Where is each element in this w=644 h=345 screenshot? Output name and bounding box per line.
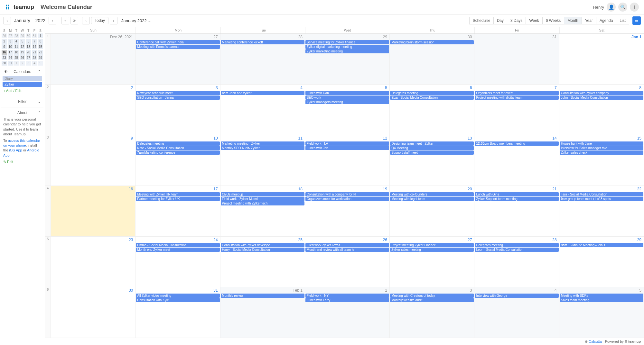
view-tab-3days[interactable]: 3 Days	[507, 17, 526, 24]
day-cell[interactable]: 20Meeting with co-foundersMeeting with l…	[390, 186, 474, 237]
day-cell[interactable]: 3New year schedule meetSEO consultation …	[135, 85, 220, 135]
event[interactable]: Lunch with Jen	[305, 146, 389, 150]
mini-cal-day[interactable]: 29	[19, 33, 25, 39]
event[interactable]: Month end review with all team le	[305, 248, 389, 252]
refresh-button[interactable]: ⟳	[70, 17, 78, 24]
day-number[interactable]: 13	[390, 135, 474, 141]
view-tab-scheduler[interactable]: Scheduler	[469, 17, 494, 24]
event[interactable]: Field work - LA	[305, 141, 389, 146]
mini-cal-day[interactable]: 23	[1, 55, 7, 60]
menu-button[interactable]: ☰	[632, 16, 641, 25]
day-number[interactable]: 3	[136, 85, 219, 91]
event[interactable]: Harry - Social Media Consultation	[221, 248, 304, 252]
day-number[interactable]: 31	[475, 34, 558, 40]
timezone-label[interactable]: Calcutta	[589, 340, 602, 343]
event[interactable]: Zylker digital marketing meeting	[305, 45, 389, 49]
day-cell[interactable]: Feb 1Monthly review	[220, 287, 305, 338]
day-cell[interactable]: 30	[51, 287, 135, 338]
mini-cal-day[interactable]: 27	[25, 55, 32, 60]
mini-cal-day[interactable]: 15	[37, 44, 43, 50]
event[interactable]: John - Social Media Consultation	[560, 95, 643, 100]
day-number[interactable]: 29	[560, 237, 643, 243]
view-tab-agenda[interactable]: Agenda	[596, 17, 616, 24]
mini-cal-day[interactable]: 20	[25, 50, 32, 55]
mini-cal-day[interactable]: 21	[32, 50, 38, 55]
mini-cal-day[interactable]: 30	[1, 60, 7, 66]
event[interactable]: Marketing brain storm session	[390, 40, 474, 44]
day-cell[interactable]: 22Tara - Social Media Consultation9amgro…	[559, 186, 644, 237]
user-icon[interactable]: 👤	[607, 3, 616, 12]
event[interactable]: Delegates meeting	[390, 91, 474, 95]
event[interactable]: 9am15 Minute Meeting -- ela s	[560, 243, 643, 247]
day-cell[interactable]: 28Delegates meetingLeon - Social Media C…	[474, 237, 559, 287]
event[interactable]: Meeting with legal team	[390, 197, 474, 201]
day-cell[interactable]: 18CEOs meet upField work - Zylker MiamiP…	[220, 186, 305, 237]
day-cell[interactable]: 28Marketing conference kickoff	[220, 34, 305, 85]
mini-cal-day[interactable]: 24	[7, 55, 14, 60]
day-number[interactable]: 4	[221, 85, 304, 91]
day-number[interactable]: 30	[390, 34, 474, 40]
event[interactable]: Lunch with Dan	[305, 91, 389, 95]
day-cell[interactable]: 31All Zylker video meetingConsultation w…	[135, 287, 220, 338]
mini-cal-day[interactable]: 25	[13, 55, 19, 60]
mini-cal-day[interactable]: 10	[7, 44, 14, 50]
day-cell[interactable]: 12Field work - LALunch with Jen	[305, 135, 390, 186]
day-number[interactable]: 20	[390, 186, 474, 192]
mini-cal-day[interactable]: 4	[13, 39, 19, 44]
logo[interactable]: teamup	[5, 4, 34, 11]
mini-cal-day[interactable]: 1	[37, 33, 43, 39]
day-number[interactable]: 11	[221, 135, 304, 141]
day-number[interactable]: 27	[390, 237, 474, 243]
mini-cal-day[interactable]: 8	[37, 39, 43, 44]
event[interactable]: Consultation with Kyle	[136, 298, 219, 302]
day-number[interactable]: 29	[305, 34, 389, 40]
event[interactable]: Lunch with Gina	[475, 192, 558, 196]
view-tab-month[interactable]: Month	[564, 17, 582, 24]
event[interactable]: Interview with George	[475, 294, 558, 298]
mini-cal-day[interactable]: 26	[19, 55, 25, 60]
day-number[interactable]: 2	[305, 287, 389, 293]
event[interactable]: Field work - Zylker Miami	[221, 197, 304, 201]
event[interactable]: Support staff meet	[390, 150, 474, 155]
day-cell[interactable]: 9	[51, 135, 135, 186]
day-number[interactable]: 27	[136, 34, 219, 40]
event[interactable]: Month end Zylker meet	[136, 248, 219, 252]
day-number[interactable]: 5	[560, 287, 643, 293]
event[interactable]: Zylker sales check	[560, 150, 643, 155]
mini-cal-day[interactable]: 3	[7, 39, 14, 44]
day-cell[interactable]: 25Consultation with Zylker developeHarry…	[220, 237, 305, 287]
add-edit-link[interactable]: + Add / Edit	[3, 87, 42, 94]
day-number[interactable]: 5	[305, 85, 389, 91]
view-tab-6weeks[interactable]: 6 Weeks	[542, 17, 564, 24]
filter-header[interactable]: Filter ⌄	[3, 98, 42, 105]
mini-cal-day[interactable]: 2	[19, 60, 25, 66]
day-number[interactable]: 26	[305, 237, 389, 243]
event[interactable]: Nate - Social Media Consultation	[136, 146, 219, 150]
day-number[interactable]: 17	[136, 186, 219, 192]
day-number[interactable]: 25	[221, 237, 304, 243]
day-number[interactable]: 8	[560, 85, 643, 91]
mini-cal-day[interactable]: 26	[1, 33, 7, 39]
mini-cal-day[interactable]: 3	[25, 60, 32, 66]
event[interactable]: Emma - Social Media Consultation	[136, 243, 219, 247]
event[interactable]: All Zylker video meeting	[136, 294, 219, 298]
about-header[interactable]: About ⌃	[3, 109, 42, 116]
event[interactable]: Meeting with co-founders	[390, 192, 474, 196]
view-tab-list[interactable]: List	[616, 17, 629, 24]
event[interactable]: Elza - Social Media Consultation	[390, 95, 474, 100]
day-number[interactable]: 12	[305, 135, 389, 141]
day-cell[interactable]: 7Organizers meet for eventProject meetin…	[474, 85, 559, 135]
mini-cal-day[interactable]: 6	[25, 39, 32, 44]
day-cell[interactable]: 48amJohn and zylker	[220, 85, 305, 135]
event[interactable]: Zylker Support team meeting	[475, 197, 558, 201]
event[interactable]: Zylker managers meeting	[305, 100, 389, 104]
calendars-header[interactable]: 👁 Calendars ⌃	[3, 68, 42, 75]
day-cell[interactable]: 5Meeting with SDRsSales team meeting	[559, 287, 644, 338]
day-cell[interactable]: 11Marketing meeting - ZylkerMonthly SEO …	[220, 135, 305, 186]
fast-back-button[interactable]: «	[61, 17, 69, 24]
day-cell[interactable]: 23	[51, 237, 135, 287]
view-tab-week[interactable]: Week	[526, 17, 542, 24]
event[interactable]: Monthly review	[221, 294, 304, 298]
info-icon[interactable]: i	[630, 3, 639, 12]
mini-cal-day[interactable]: 5	[37, 60, 43, 66]
